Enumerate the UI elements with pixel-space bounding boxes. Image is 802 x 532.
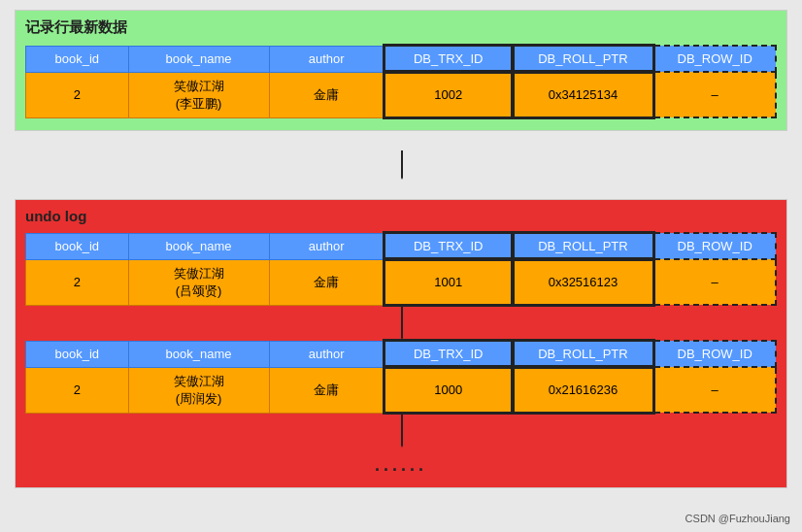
undo1-td-db_row_id: – (653, 259, 776, 305)
latest-th-db_roll_ptr: DB_ROLL_PTR (513, 46, 654, 72)
latest-td-db_trx_id: 1002 (384, 72, 513, 117)
main-container: 记录行最新数据 book_id book_name author DB_TRX_… (0, 0, 802, 498)
undo-table-1: book_id book_name author DB_TRX_ID DB_RO… (25, 232, 777, 306)
undo2-td-db_row_id: – (653, 367, 776, 413)
svg-marker-5 (401, 436, 403, 448)
undo1-th-db_trx_id: DB_TRX_ID (384, 233, 513, 259)
latest-td-db_row_id: – (653, 72, 776, 117)
latest-td-book_name: 笑傲江湖(李亚鹏) (128, 72, 269, 117)
undo1-td-db_trx_id: 1001 (384, 259, 513, 305)
undo-section: undo log book_id book_name author DB_TRX… (15, 199, 787, 488)
undo1-th-book_name: book_name (128, 233, 269, 259)
undo2-th-book_name: book_name (128, 341, 269, 367)
undo2-th-book_id: book_id (26, 341, 129, 367)
latest-table: book_id book_name author DB_TRX_ID DB_RO… (25, 45, 777, 118)
undo2-td-db_roll_ptr: 0x21616236 (513, 367, 654, 413)
svg-marker-3 (401, 328, 403, 340)
undo1-th-book_id: book_id (26, 233, 129, 259)
undo1-th-author: author (269, 233, 384, 259)
undo-title: undo log (25, 208, 777, 224)
latest-section: 记录行最新数据 book_id book_name author DB_TRX_… (15, 10, 787, 131)
latest-th-db_row_id: DB_ROW_ID (653, 46, 776, 72)
undo2-th-db_roll_ptr: DB_ROLL_PTR (513, 341, 654, 367)
undo-table-2: book_id book_name author DB_TRX_ID DB_RO… (25, 340, 777, 414)
undo1-td-author: 金庸 (269, 259, 384, 305)
undo1-th-db_row_id: DB_ROW_ID (653, 233, 776, 259)
arrow-undo2-to-more (25, 414, 777, 448)
arrow-undo1-to-undo2 (25, 306, 777, 340)
dots: ...... (25, 455, 777, 476)
undo2-th-author: author (269, 341, 384, 367)
watermark: CSDN @FuzhouJiang (685, 513, 790, 524)
svg-marker-1 (401, 168, 403, 180)
undo2-td-author: 金庸 (269, 367, 384, 413)
undo2-th-db_row_id: DB_ROW_ID (653, 341, 776, 367)
latest-td-author: 金庸 (269, 72, 384, 117)
undo2-th-db_trx_id: DB_TRX_ID (384, 341, 513, 367)
latest-th-author: author (269, 46, 384, 72)
latest-th-book_name: book_name (128, 46, 269, 72)
undo2-td-db_trx_id: 1000 (384, 367, 513, 413)
undo2-td-book_name: 笑傲江湖(周润发) (128, 367, 269, 413)
latest-th-db_trx_id: DB_TRX_ID (384, 46, 513, 72)
undo1-td-book_id: 2 (26, 259, 129, 305)
latest-th-book_id: book_id (26, 46, 129, 72)
arrow-latest-to-undo (401, 150, 403, 180)
latest-td-db_roll_ptr: 0x34125134 (513, 72, 654, 117)
undo1-th-db_roll_ptr: DB_ROLL_PTR (513, 233, 654, 259)
latest-title: 记录行最新数据 (25, 18, 777, 37)
undo2-td-book_id: 2 (26, 367, 129, 413)
undo1-td-book_name: 笑傲江湖(吕颂贤) (128, 259, 269, 305)
latest-td-book_id: 2 (26, 72, 129, 117)
undo1-td-db_roll_ptr: 0x32516123 (513, 259, 654, 305)
